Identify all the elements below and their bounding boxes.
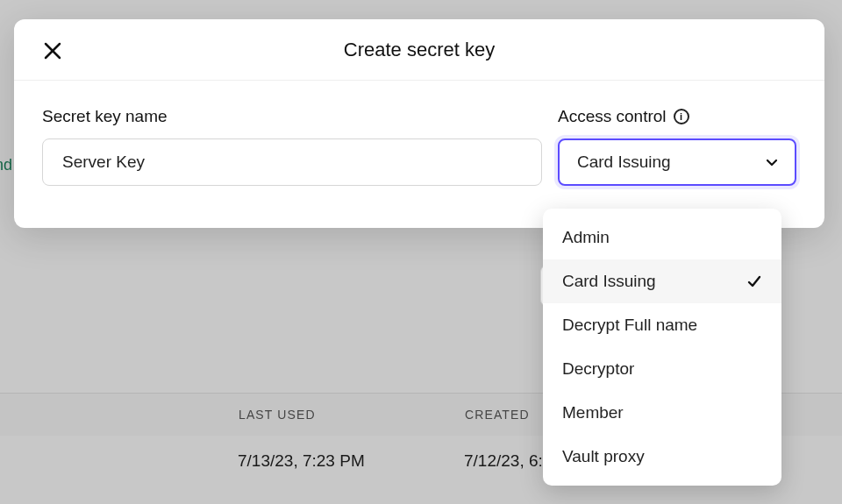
secret-key-name-input[interactable]	[42, 138, 542, 186]
dropdown-option-label: Admin	[562, 228, 610, 247]
access-control-selected-value: Card Issuing	[577, 153, 671, 172]
close-button[interactable]	[40, 39, 65, 63]
dropdown-option-label: Decrypt Full name	[562, 316, 697, 335]
close-icon	[43, 41, 62, 60]
check-icon	[746, 273, 762, 289]
field-secret-key-name: Secret key name	[42, 107, 542, 186]
create-secret-key-modal: Create secret key Secret key name Access…	[14, 19, 824, 228]
dropdown-option-card-issuing[interactable]: Card Issuing	[543, 259, 781, 303]
chevron-down-icon	[765, 155, 779, 169]
field-access-control: Access control i Card Issuing	[558, 107, 796, 186]
label-secret-key-name: Secret key name	[42, 107, 542, 126]
dropdown-option-decryptor[interactable]: Decryptor	[543, 347, 781, 391]
label-access-control: Access control i	[558, 107, 796, 126]
modal-header: Create secret key	[14, 19, 824, 81]
access-control-select[interactable]: Card Issuing	[558, 138, 796, 186]
dropdown-option-label: Decryptor	[562, 359, 634, 379]
dropdown-option-member[interactable]: Member	[543, 391, 781, 435]
dropdown-option-vault-proxy[interactable]: Vault proxy	[543, 435, 781, 479]
modal-title: Create secret key	[344, 39, 495, 61]
dropdown-option-label: Card Issuing	[562, 272, 656, 291]
access-control-dropdown: Admin Card Issuing Decrypt Full name Dec…	[543, 209, 781, 486]
dropdown-option-decrypt-full-name[interactable]: Decrypt Full name	[543, 303, 781, 347]
info-icon[interactable]: i	[674, 109, 689, 124]
dropdown-option-label: Member	[562, 403, 624, 422]
modal-body: Secret key name Access control i Card Is…	[14, 81, 824, 228]
dropdown-option-admin[interactable]: Admin	[543, 216, 781, 259]
label-access-control-text: Access control	[558, 107, 667, 126]
dropdown-option-label: Vault proxy	[562, 447, 645, 466]
